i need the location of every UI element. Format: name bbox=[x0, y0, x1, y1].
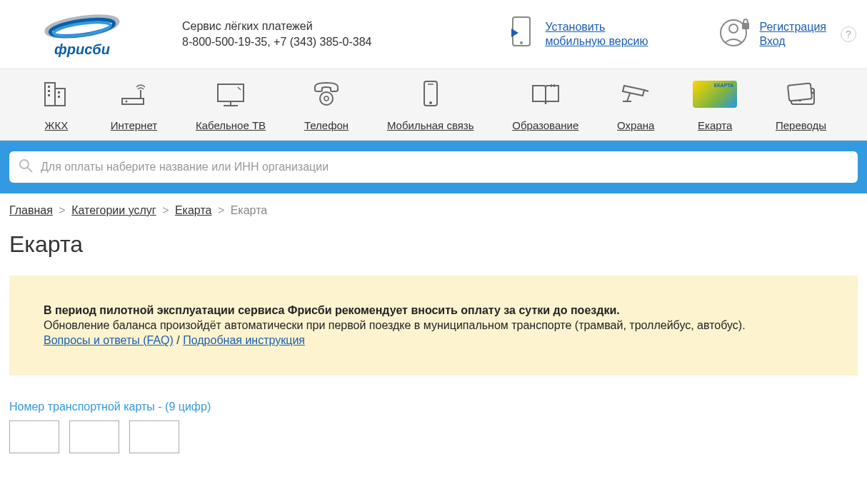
breadcrumb-home[interactable]: Главная bbox=[9, 204, 53, 216]
nav-label: Телефон bbox=[304, 119, 349, 131]
breadcrumb-sep: > bbox=[59, 204, 65, 216]
nav-label: Переводы bbox=[776, 119, 826, 131]
card-input-2[interactable] bbox=[69, 420, 119, 453]
notice-box: В период пилотной эксплуатации сервиса Ф… bbox=[9, 276, 858, 376]
tagline: Сервис лёгких платежей bbox=[182, 20, 372, 33]
nav-bar: ЖКХ Интернет Кабельное ТВ Телефон Мобиль… bbox=[0, 69, 867, 141]
mobile-version-block: Установить мобильную версию bbox=[508, 16, 648, 53]
notice-text: Обновление баланса произойдёт автоматиче… bbox=[44, 319, 823, 332]
breadcrumb: Главная > Категории услуг > Екарта > Ека… bbox=[9, 204, 858, 217]
router-icon bbox=[118, 80, 149, 109]
svg-rect-14 bbox=[58, 96, 60, 98]
nav-item-phone[interactable]: Телефон bbox=[304, 80, 349, 131]
svg-rect-10 bbox=[48, 86, 50, 88]
header: фрисби Сервис лёгких платежей 8-800-500-… bbox=[0, 0, 867, 69]
svg-rect-11 bbox=[48, 90, 50, 92]
svg-rect-12 bbox=[48, 94, 50, 96]
svg-rect-18 bbox=[218, 84, 244, 101]
breadcrumb-sep: > bbox=[218, 204, 224, 216]
cards-icon bbox=[784, 80, 818, 109]
nav-label: Мобильная связь bbox=[387, 119, 474, 131]
ekarta-icon: ЕКАРТА bbox=[693, 80, 737, 109]
nav-label: Интернет bbox=[111, 119, 157, 131]
tv-icon bbox=[214, 80, 248, 109]
breadcrumb-current: Екарта bbox=[231, 204, 268, 216]
svg-rect-7 bbox=[742, 23, 749, 29]
phone: 8-800-500-19-35, +7 (343) 385-0-384 bbox=[182, 36, 372, 49]
book-icon bbox=[530, 80, 561, 109]
search-bar bbox=[0, 141, 867, 193]
svg-point-26 bbox=[429, 101, 432, 104]
svg-rect-13 bbox=[58, 91, 60, 94]
landline-icon bbox=[311, 80, 342, 109]
auth-links: Регистрация Вход bbox=[759, 21, 826, 48]
install-link-1[interactable]: Установить bbox=[545, 21, 648, 34]
nav-item-ekarta[interactable]: ЕКАРТА Екарта bbox=[693, 80, 737, 131]
svg-rect-36 bbox=[794, 100, 797, 101]
notice-links: Вопросы и ответы (FAQ) / Подробная инстр… bbox=[44, 334, 823, 347]
svg-point-6 bbox=[729, 24, 738, 33]
search-input[interactable] bbox=[41, 161, 849, 173]
search-icon bbox=[18, 158, 34, 176]
notice-bold: В период пилотной эксплуатации сервиса Ф… bbox=[44, 304, 823, 317]
nav-item-security[interactable]: Охрана bbox=[617, 80, 654, 131]
svg-rect-35 bbox=[787, 83, 811, 101]
instruction-link[interactable]: Подробная инструкция bbox=[183, 334, 305, 346]
svg-line-31 bbox=[627, 94, 630, 101]
card-input-3[interactable] bbox=[129, 420, 179, 453]
breadcrumb-sep: > bbox=[162, 204, 169, 216]
logo-swoosh-icon bbox=[43, 11, 121, 43]
svg-rect-37 bbox=[798, 100, 801, 101]
mobile-links: Установить мобильную версию bbox=[545, 21, 648, 48]
svg-point-4 bbox=[520, 41, 523, 44]
phone-icon bbox=[508, 16, 534, 53]
login-link[interactable]: Вход bbox=[759, 35, 826, 48]
svg-point-23 bbox=[320, 92, 333, 105]
install-link-2[interactable]: мобильную версию bbox=[545, 35, 648, 48]
breadcrumb-ekarta[interactable]: Екарта bbox=[175, 204, 212, 216]
content: Главная > Категории услуг > Екарта > Ека… bbox=[0, 193, 867, 464]
building-icon bbox=[41, 80, 72, 109]
nav-label: ЖКХ bbox=[45, 119, 69, 131]
register-link[interactable]: Регистрация bbox=[759, 21, 826, 34]
card-number-label: Номер транспортной карты - (9 цифр) bbox=[9, 400, 858, 413]
mobile-phone-icon bbox=[420, 80, 441, 109]
nav-item-mobile[interactable]: Мобильная связь bbox=[387, 80, 474, 131]
auth-block: Регистрация Вход ? bbox=[719, 17, 856, 51]
nav-item-education[interactable]: Образование bbox=[512, 80, 578, 131]
breadcrumb-categories[interactable]: Категории услуг bbox=[71, 204, 156, 216]
search-box bbox=[9, 151, 858, 183]
svg-line-22 bbox=[238, 87, 241, 90]
notice-sep: / bbox=[174, 334, 183, 346]
nav-label: Кабельное ТВ bbox=[196, 119, 266, 131]
nav-label: Охрана bbox=[617, 119, 654, 131]
help-icon[interactable]: ? bbox=[841, 26, 856, 42]
nav-item-transfers[interactable]: Переводы bbox=[776, 80, 826, 131]
svg-point-38 bbox=[20, 160, 29, 168]
nav-item-internet[interactable]: Интернет bbox=[111, 80, 157, 131]
header-info: Сервис лёгких платежей 8-800-500-19-35, … bbox=[182, 20, 372, 49]
user-lock-icon bbox=[719, 17, 751, 51]
page-title: Екарта bbox=[9, 231, 858, 258]
svg-point-17 bbox=[126, 101, 128, 103]
svg-line-39 bbox=[28, 168, 32, 172]
card-inputs bbox=[9, 420, 858, 453]
nav-item-zhkh[interactable]: ЖКХ bbox=[41, 80, 72, 131]
svg-point-24 bbox=[324, 96, 329, 101]
faq-link[interactable]: Вопросы и ответы (FAQ) bbox=[44, 334, 174, 346]
nav-item-cable-tv[interactable]: Кабельное ТВ bbox=[196, 80, 266, 131]
logo[interactable]: фрисби bbox=[11, 11, 154, 58]
nav-label: Екарта bbox=[698, 119, 732, 131]
nav-label: Образование bbox=[512, 119, 578, 131]
svg-line-30 bbox=[644, 90, 648, 91]
card-input-1[interactable] bbox=[9, 420, 59, 453]
logo-text: фрисби bbox=[54, 41, 110, 58]
cctv-icon bbox=[620, 80, 651, 109]
